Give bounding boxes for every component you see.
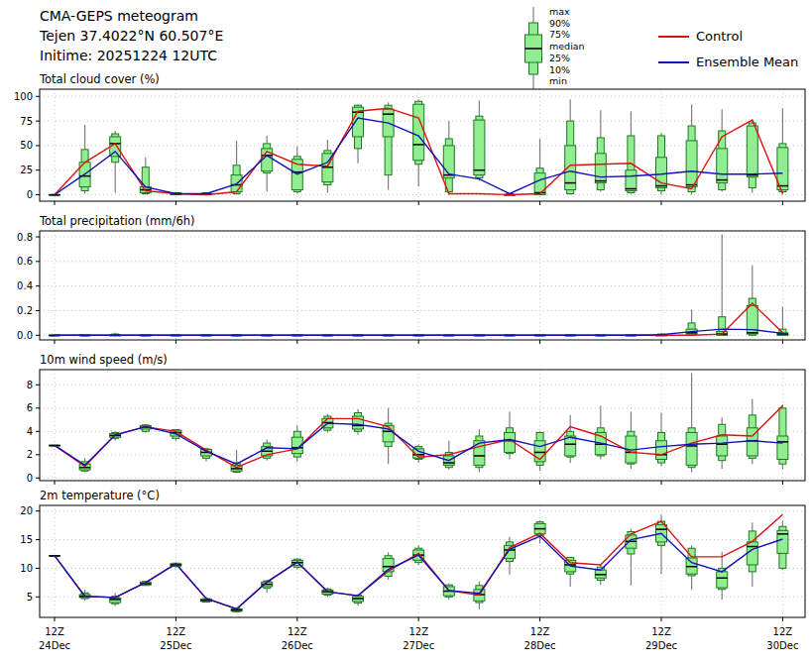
box-whisker xyxy=(50,195,60,196)
y-tick-label: 0 xyxy=(27,189,33,200)
box-whisker xyxy=(747,266,757,336)
box-whisker xyxy=(777,307,788,336)
panel-temp: 5101520 xyxy=(20,505,805,621)
x-tick-day: 27Dec xyxy=(403,640,434,651)
x-tick-hour: 12Z xyxy=(530,626,550,637)
box-whisker xyxy=(110,131,121,192)
box-whisker xyxy=(777,404,788,469)
y-tick-label: 8 xyxy=(27,380,33,390)
box-whisker xyxy=(474,429,485,472)
box-whisker xyxy=(353,409,364,435)
x-tick-day: 28Dec xyxy=(524,640,556,651)
x-tick-hour: 12Z xyxy=(773,626,793,637)
box-whisker xyxy=(595,565,606,585)
y-tick-label: 10 xyxy=(20,563,33,574)
box-whisker xyxy=(747,121,757,192)
box-whisker xyxy=(383,408,394,464)
x-tick-day: 30Dec xyxy=(766,640,798,651)
x-tick-hour: 12Z xyxy=(288,626,307,637)
box-whisker xyxy=(140,158,151,195)
box-whisker xyxy=(413,99,424,186)
box-whisker xyxy=(777,108,788,194)
y-tick-label: 0.0 xyxy=(17,330,33,341)
y-tick-label: 15 xyxy=(20,534,33,545)
box-whisker xyxy=(140,424,151,432)
panel-cloud: 0255075100 xyxy=(14,89,805,205)
box-whisker xyxy=(595,110,606,191)
y-tick-label: 0 xyxy=(27,473,33,484)
box-whisker xyxy=(626,111,637,193)
y-tick-label: 2 xyxy=(27,449,33,460)
x-tick-day: 26Dec xyxy=(282,640,313,651)
box-whisker xyxy=(717,109,728,191)
box-whisker xyxy=(505,411,516,459)
box-whisker xyxy=(626,411,637,469)
y-tick-label: 0.4 xyxy=(17,280,33,291)
panel-wind: 02468 xyxy=(27,370,805,485)
box-whisker xyxy=(534,431,545,471)
box-whisker xyxy=(747,522,757,587)
y-tick-label: 6 xyxy=(27,402,33,413)
y-tick-label: 50 xyxy=(20,140,33,151)
meteogram-chart: 02550751000.00.20.40.60.802468510152012Z… xyxy=(0,0,812,661)
x-tick-hour: 12Z xyxy=(45,626,64,637)
y-tick-label: 0.2 xyxy=(17,305,33,316)
y-tick-label: 25 xyxy=(20,165,33,175)
y-tick-label: 20 xyxy=(20,505,33,516)
x-tick-day: 25Dec xyxy=(160,640,191,651)
x-tick-hour: 12Z xyxy=(167,626,186,637)
x-axis-labels: 12Z24Dec12Z25Dec12Z26Dec12Z27Dec12Z28Dec… xyxy=(39,626,798,651)
y-tick-label: 5 xyxy=(27,592,33,603)
x-tick-hour: 12Z xyxy=(408,626,428,637)
box-whisker xyxy=(656,413,667,467)
meteogram-page: CMA-GEPS meteogram Tejen 37.4022°N 60.50… xyxy=(0,0,812,661)
y-tick-label: 0.6 xyxy=(17,256,33,267)
box-whisker xyxy=(383,552,394,580)
y-tick-label: 4 xyxy=(27,426,33,437)
y-tick-label: 75 xyxy=(20,116,33,127)
box-whisker xyxy=(777,521,788,571)
box-whisker xyxy=(534,139,545,195)
x-tick-day: 24Dec xyxy=(39,640,70,651)
box-whisker xyxy=(717,235,728,336)
box-whisker xyxy=(656,133,667,194)
y-tick-label: 100 xyxy=(14,91,33,102)
box-whisker xyxy=(262,136,273,192)
box-whisker xyxy=(565,99,576,194)
box-whisker xyxy=(383,102,394,189)
box-whisker xyxy=(474,100,485,180)
box-whisker xyxy=(595,405,606,459)
box-whisker xyxy=(686,374,697,473)
box-whisker xyxy=(291,425,302,461)
panel-precip: 0.00.20.40.60.8 xyxy=(17,231,805,344)
box-whisker xyxy=(717,552,728,600)
box-whisker xyxy=(291,147,302,194)
y-tick-label: 0.8 xyxy=(17,232,33,243)
box-whisker xyxy=(353,104,364,164)
x-tick-day: 29Dec xyxy=(645,640,677,651)
x-tick-hour: 12Z xyxy=(651,626,671,637)
